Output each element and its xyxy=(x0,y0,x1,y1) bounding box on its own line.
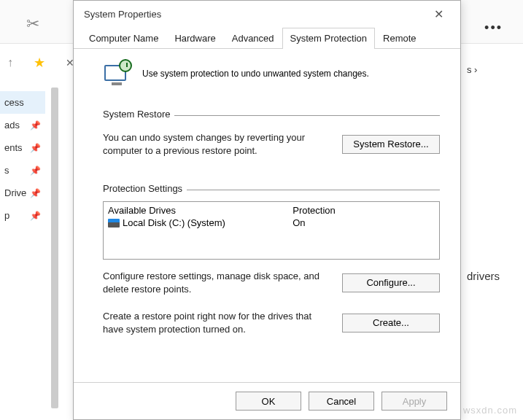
drive-row[interactable]: Local Disk (C:) (System) On xyxy=(108,216,435,228)
pin-icon: 📌 xyxy=(30,143,41,153)
create-row: Create a restore point right now for the… xyxy=(103,310,440,335)
intro-text: Use system protection to undo unwanted s… xyxy=(142,69,369,79)
explorer-sidebar: cess ads📌 ents📌 s📌 Drive📌 p📌 xyxy=(0,91,45,227)
tab-remote[interactable]: Remote xyxy=(375,28,425,49)
dialog-footer: OK Cancel Apply xyxy=(74,382,460,419)
dialog-body: Use system protection to undo unwanted s… xyxy=(74,49,460,382)
dialog-title: System Properties xyxy=(84,9,424,20)
pin-icon: 📌 xyxy=(30,166,41,176)
titlebar[interactable]: System Properties ✕ xyxy=(74,1,460,27)
tab-system-protection[interactable]: System Protection xyxy=(282,28,376,49)
ok-button[interactable]: OK xyxy=(236,392,301,411)
explorer-nav: ↑ ★ ✕ xyxy=(7,55,74,71)
watermark: wsxdn.com xyxy=(463,405,517,416)
folder-name[interactable]: drivers xyxy=(467,270,500,282)
pin-icon: 📌 xyxy=(30,188,41,198)
tab-advanced[interactable]: Advanced xyxy=(224,28,282,49)
create-text: Create a restore point right now for the… xyxy=(103,310,328,335)
pin-icon: 📌 xyxy=(30,120,41,131)
sidebar-item[interactable]: ents📌 xyxy=(0,136,45,159)
tab-strip: Computer Name Hardware Advanced System P… xyxy=(74,27,460,49)
system-restore-button[interactable]: System Restore... xyxy=(342,135,440,154)
configure-button[interactable]: Configure... xyxy=(342,273,440,292)
more-menu-icon[interactable]: ••• xyxy=(484,20,503,36)
tab-computer-name[interactable]: Computer Name xyxy=(81,28,166,49)
drives-list[interactable]: Available Drives Protection Local Disk (… xyxy=(103,201,440,260)
scrollbar[interactable] xyxy=(51,88,58,408)
system-properties-dialog: System Properties ✕ Computer Name Hardwa… xyxy=(73,0,461,420)
sidebar-item[interactable]: s📌 xyxy=(0,159,45,182)
create-button[interactable]: Create... xyxy=(342,314,440,332)
sidebar-item[interactable]: cess xyxy=(0,91,45,114)
configure-row: Configure restore settings, manage disk … xyxy=(103,270,440,295)
restore-row: You can undo system changes by reverting… xyxy=(103,131,440,157)
configure-text: Configure restore settings, manage disk … xyxy=(103,270,328,295)
drive-name: Local Disk (C:) (System) xyxy=(123,217,225,228)
favorite-star-icon[interactable]: ★ xyxy=(34,55,45,71)
close-icon[interactable]: ✕ xyxy=(424,7,453,21)
system-protection-icon xyxy=(103,59,132,88)
sidebar-item[interactable]: Drive📌 xyxy=(0,182,45,204)
sidebar-item[interactable]: ads📌 xyxy=(0,114,45,136)
group-protection-settings: Protection Settings xyxy=(103,183,440,195)
sidebar-item[interactable]: p📌 xyxy=(0,204,45,227)
group-label: Protection Settings xyxy=(103,183,187,194)
tab-hardware[interactable]: Hardware xyxy=(166,28,223,49)
breadcrumb-fragment: s › xyxy=(467,64,477,75)
col-protection: Protection xyxy=(293,205,435,216)
drive-protection-status: On xyxy=(293,217,435,228)
apply-button[interactable]: Apply xyxy=(381,392,447,411)
cut-icon[interactable]: ✂ xyxy=(26,15,39,34)
group-system-restore: System Restore xyxy=(103,109,440,121)
drive-icon xyxy=(108,219,120,228)
up-arrow-icon[interactable]: ↑ xyxy=(7,56,13,69)
group-label: System Restore xyxy=(103,109,174,120)
cancel-button[interactable]: Cancel xyxy=(309,392,374,411)
drives-header: Available Drives Protection xyxy=(108,205,435,216)
pin-icon: 📌 xyxy=(30,211,41,221)
restore-text: You can undo system changes by reverting… xyxy=(103,131,328,157)
col-available-drives: Available Drives xyxy=(108,205,293,216)
intro-row: Use system protection to undo unwanted s… xyxy=(103,59,440,88)
